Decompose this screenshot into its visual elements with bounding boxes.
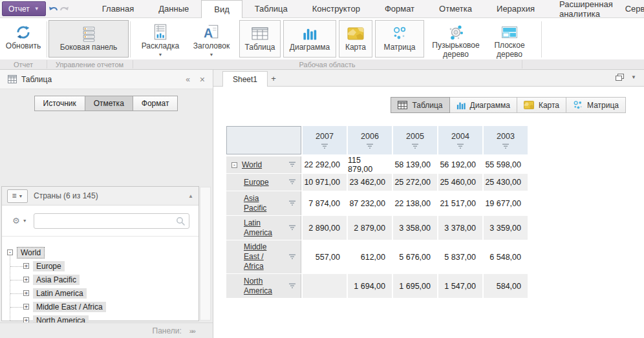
view-chart-button[interactable]: Диаграмма xyxy=(449,97,517,113)
table-cell[interactable]: 557,00 xyxy=(303,240,347,273)
filter-icon[interactable] xyxy=(288,162,296,167)
dimension-menu-button[interactable]: ≡ ▼ xyxy=(7,189,28,203)
bubble-tree-button[interactable]: Пузырьковое дерево xyxy=(427,19,484,59)
collapse-section-button[interactable]: ▲ xyxy=(188,193,193,199)
table-corner-cell[interactable] xyxy=(226,126,301,154)
row-header-world[interactable]: - World xyxy=(226,156,301,173)
table-cell[interactable]: 5 837,00 xyxy=(438,240,482,273)
refresh-button[interactable]: Обновить xyxy=(1,19,45,59)
row-header-link[interactable]: World xyxy=(242,160,262,170)
row-header-middle-east-africa[interactable]: Middle East / Africa xyxy=(226,240,301,273)
cascade-windows-icon[interactable] xyxy=(615,73,625,81)
expand-icon[interactable]: + xyxy=(23,277,29,282)
row-header-link[interactable]: Latin America xyxy=(244,218,277,238)
column-header-2005[interactable]: 2005 xyxy=(393,126,437,154)
filter-icon[interactable] xyxy=(366,143,374,149)
expand-icon[interactable]: + xyxy=(23,290,29,296)
filter-icon[interactable] xyxy=(411,143,419,149)
insert-matrix-button[interactable]: Матрица xyxy=(375,20,424,58)
panel-tab-mark[interactable]: Отметка xyxy=(85,96,133,111)
filter-icon[interactable] xyxy=(456,143,464,149)
table-cell[interactable]: 7 874,00 xyxy=(303,191,347,215)
panel-tab-source[interactable]: Источник xyxy=(34,96,85,111)
layout-button[interactable]: Раскладка ▼ xyxy=(136,19,185,59)
redo-button[interactable] xyxy=(59,2,69,16)
table-cell[interactable] xyxy=(303,274,347,298)
table-cell[interactable]: 21 517,00 xyxy=(438,191,482,215)
tab-glavnaya[interactable]: Главная xyxy=(90,0,146,18)
sidebar-toggle-button[interactable]: Боковая панель xyxy=(48,20,129,58)
column-header-2003[interactable]: 2003 xyxy=(484,126,528,154)
view-matrix-button[interactable]: Матрица xyxy=(566,97,626,113)
report-menu-button[interactable]: Отчет ▼ xyxy=(2,1,46,16)
table-cell[interactable]: 22 138,00 xyxy=(393,191,437,215)
column-header-2006[interactable]: 2006 xyxy=(348,126,392,154)
table-cell[interactable]: 6 548,00 xyxy=(484,240,528,273)
table-cell[interactable]: 25 430,00 xyxy=(484,174,528,191)
insert-chart-button[interactable]: Диаграмма xyxy=(283,20,336,58)
table-cell[interactable]: 2 879,00 xyxy=(348,216,392,240)
view-map-button[interactable]: Карта xyxy=(517,97,566,113)
tab-format[interactable]: Формат xyxy=(372,0,427,18)
expand-icon[interactable]: + xyxy=(23,263,29,269)
table-cell[interactable]: 1 695,00 xyxy=(393,274,437,298)
table-cell[interactable]: 3 378,00 xyxy=(438,216,482,240)
table-cell[interactable]: 55 598,00 xyxy=(484,156,528,173)
table-cell[interactable]: 25 272,00 xyxy=(393,174,437,191)
table-cell[interactable]: 584,00 xyxy=(484,274,528,298)
tab-otmetka[interactable]: Отметка xyxy=(427,0,484,18)
expand-panels-button[interactable]: »» xyxy=(189,327,195,335)
tree-item-latin-america[interactable]: + Latin America xyxy=(2,286,199,300)
search-input[interactable] xyxy=(34,214,189,228)
close-panel-button[interactable]: × xyxy=(200,74,205,85)
table-cell[interactable]: 87 232,00 xyxy=(348,191,392,215)
tree-item-asia-pacific[interactable]: + Asia Pacific xyxy=(2,273,199,286)
tab-rasshirennaya-analitika[interactable]: Расширенная аналитика xyxy=(547,0,625,18)
table-cell[interactable]: 5 676,00 xyxy=(393,240,437,273)
settings-button[interactable]: ⚙ ▼ xyxy=(12,216,27,226)
table-cell[interactable]: 58 139,00 xyxy=(393,156,437,173)
column-header-2004[interactable]: 2004 xyxy=(438,126,482,154)
table-cell[interactable]: 612,00 xyxy=(348,240,392,273)
collapse-icon[interactable]: - xyxy=(231,162,237,168)
panel-tab-format[interactable]: Формат xyxy=(133,96,178,111)
row-header-link[interactable]: Asia Pacific xyxy=(244,194,277,213)
tab-konstruktor[interactable]: Конструктор xyxy=(300,0,372,18)
table-cell[interactable]: 10 971,00 xyxy=(303,174,347,191)
insert-map-button[interactable]: Карта xyxy=(339,20,372,58)
row-header-link[interactable]: Europe xyxy=(244,178,269,187)
collapse-panel-button[interactable]: « xyxy=(186,75,190,84)
row-header-north-america[interactable]: North America xyxy=(226,274,301,298)
title-button[interactable]: A Заголовок ▼ xyxy=(188,19,235,59)
filter-icon[interactable] xyxy=(502,143,510,149)
table-cell[interactable]: 3 358,00 xyxy=(393,216,437,240)
filter-icon[interactable] xyxy=(288,225,296,231)
column-header-2007[interactable]: 2007 xyxy=(303,126,347,154)
table-cell[interactable]: 1 694,00 xyxy=(348,274,392,298)
table-cell[interactable]: 19 677,00 xyxy=(484,191,528,215)
tab-ierarkhiya[interactable]: Иерархия xyxy=(484,0,547,18)
tab-tablitsa[interactable]: Таблица xyxy=(242,0,300,18)
tree-item-middle-east-africa[interactable]: + Middle East / Africa xyxy=(2,300,199,313)
view-table-button[interactable]: Таблица xyxy=(391,97,449,113)
table-cell[interactable]: 1 547,00 xyxy=(438,274,482,298)
row-header-asia-pacific[interactable]: Asia Pacific xyxy=(226,191,301,215)
tree-item-europe[interactable]: + Europe xyxy=(2,259,199,273)
row-header-europe[interactable]: Europe xyxy=(226,174,301,191)
table-cell[interactable]: 115 879,00 xyxy=(348,156,392,173)
filter-icon[interactable] xyxy=(321,143,328,149)
table-cell[interactable]: 22 292,00 xyxy=(303,156,347,173)
tree-item-world[interactable]: - World xyxy=(2,246,199,259)
undo-button[interactable] xyxy=(48,2,59,16)
scrollbar-track[interactable] xyxy=(200,187,211,321)
filter-icon[interactable] xyxy=(288,283,296,289)
service-menu-button[interactable]: Сервис ▼ xyxy=(625,4,644,14)
filter-icon[interactable] xyxy=(288,254,296,260)
row-header-latin-america[interactable]: Latin America xyxy=(226,216,301,240)
sheet-tab[interactable]: Sheet1 xyxy=(222,71,268,87)
table-cell[interactable]: 3 359,00 xyxy=(484,216,528,240)
table-cell[interactable]: 25 460,00 xyxy=(438,174,482,191)
insert-table-button[interactable]: Таблица xyxy=(239,20,281,58)
tab-dannye[interactable]: Данные xyxy=(146,0,201,18)
table-cell[interactable]: 23 462,00 xyxy=(348,174,392,191)
